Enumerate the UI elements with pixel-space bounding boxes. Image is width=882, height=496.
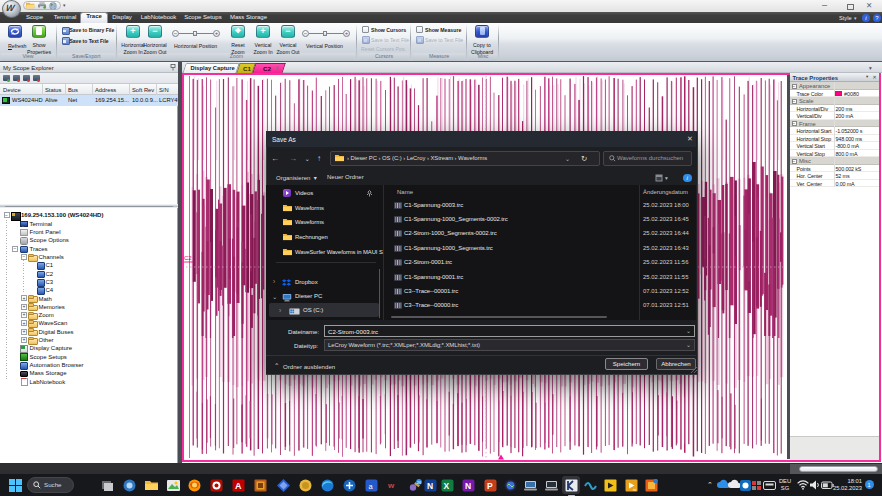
- svg-text:w: w: [387, 481, 395, 490]
- svg-text:A: A: [235, 481, 242, 491]
- svg-text:C2: C2: [184, 255, 192, 261]
- svg-text:N: N: [427, 481, 433, 491]
- svg-text:X: X: [444, 481, 450, 491]
- svg-text:N: N: [465, 481, 471, 491]
- svg-text:P: P: [487, 481, 493, 491]
- svg-text:26: 26: [417, 480, 422, 485]
- svg-text:ni: ni: [633, 487, 636, 492]
